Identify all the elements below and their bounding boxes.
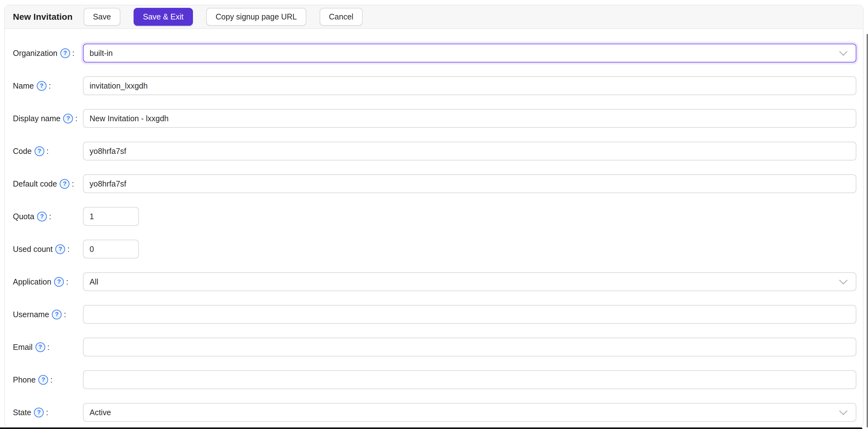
application-label-text: Application [13, 277, 51, 287]
chevron-down-icon [839, 407, 847, 415]
organization-label: Organization ? : [13, 48, 83, 58]
display-name-input[interactable] [83, 109, 856, 128]
label-colon: : [66, 277, 68, 287]
help-icon[interactable]: ? [37, 212, 47, 222]
organization-select-value: built-in [90, 49, 113, 58]
help-icon[interactable]: ? [54, 277, 64, 287]
help-icon[interactable]: ? [34, 408, 44, 417]
quota-label-text: Quota [13, 212, 34, 221]
form-row-state: State ? : Active [13, 403, 856, 422]
page-title: New Invitation [13, 12, 72, 22]
application-label: Application ? : [13, 277, 83, 287]
username-label: Username ? : [13, 310, 83, 320]
username-input[interactable] [83, 305, 856, 324]
email-field[interactable] [83, 338, 856, 357]
help-icon[interactable]: ? [35, 342, 45, 352]
name-label-text: Name [13, 81, 34, 91]
state-label: State ? : [13, 408, 83, 417]
label-colon: : [49, 81, 51, 91]
save-button[interactable]: Save [84, 8, 120, 26]
code-input[interactable] [83, 142, 856, 161]
form-row-organization: Organization ? : built-in [13, 44, 856, 63]
default-code-input[interactable] [83, 174, 856, 193]
form-row-phone: Phone ? : [13, 370, 856, 389]
application-select-value: All [90, 277, 98, 287]
help-icon[interactable]: ? [60, 48, 70, 58]
form-row-quota: Quota ? : [13, 207, 856, 226]
organization-select[interactable]: built-in [83, 44, 856, 63]
window-right-edge [867, 34, 868, 427]
help-icon[interactable]: ? [38, 375, 48, 385]
page: New Invitation Save Save & Exit Copy sig… [0, 0, 868, 429]
label-colon: : [49, 212, 51, 221]
email-label: Email ? : [13, 342, 83, 352]
label-colon: : [46, 408, 48, 417]
state-label-text: State [13, 408, 31, 417]
default-code-label: Default code ? : [13, 179, 83, 189]
state-select[interactable]: Active [83, 403, 856, 422]
default-code-label-text: Default code [13, 179, 57, 189]
code-label-text: Code [13, 147, 32, 156]
form-row-email: Email ? : [13, 338, 856, 357]
help-icon[interactable]: ? [63, 114, 73, 124]
name-label: Name ? : [13, 81, 83, 91]
invitation-form: Organization ? : built-in Name ? : [5, 29, 863, 422]
help-icon[interactable]: ? [52, 310, 62, 320]
invitation-edit-card: New Invitation Save Save & Exit Copy sig… [4, 5, 864, 427]
help-icon[interactable]: ? [35, 146, 44, 156]
quota-input[interactable] [83, 207, 139, 226]
form-row-display-name: Display name ? : [13, 109, 856, 128]
label-colon: : [75, 114, 77, 123]
application-select[interactable]: All [83, 272, 856, 291]
phone-label: Phone ? : [13, 375, 83, 385]
email-label-text: Email [13, 343, 33, 352]
save-and-exit-button[interactable]: Save & Exit [133, 8, 193, 26]
form-row-name: Name ? : [13, 76, 856, 95]
label-colon: : [72, 179, 74, 189]
name-input[interactable] [83, 76, 856, 95]
cancel-button[interactable]: Cancel [320, 8, 363, 26]
form-row-used-count: Used count ? : [13, 240, 856, 259]
used-count-input[interactable] [83, 240, 139, 259]
label-colon: : [67, 245, 69, 254]
display-name-label: Display name ? : [13, 114, 83, 124]
chevron-down-icon [839, 47, 847, 56]
username-label-text: Username [13, 310, 49, 319]
toolbar: New Invitation Save Save & Exit Copy sig… [5, 5, 863, 29]
organization-label-text: Organization [13, 49, 58, 58]
label-colon: : [48, 343, 50, 352]
used-count-label-text: Used count [13, 245, 53, 254]
label-colon: : [46, 147, 49, 156]
code-label: Code ? : [13, 146, 83, 156]
copy-signup-url-button[interactable]: Copy signup page URL [206, 8, 306, 26]
help-icon[interactable]: ? [55, 244, 65, 254]
window-bottom-edge [0, 427, 862, 429]
display-name-label-text: Display name [13, 114, 60, 123]
used-count-label: Used count ? : [13, 244, 83, 254]
phone-label-text: Phone [13, 375, 35, 385]
form-row-default-code: Default code ? : [13, 174, 856, 193]
form-row-application: Application ? : All [13, 272, 856, 291]
label-colon: : [50, 375, 53, 385]
form-row-code: Code ? : [13, 142, 856, 161]
label-colon: : [72, 49, 74, 58]
help-icon[interactable]: ? [60, 179, 69, 189]
help-icon[interactable]: ? [37, 81, 46, 91]
form-row-username: Username ? : [13, 305, 856, 324]
phone-field[interactable] [83, 370, 856, 389]
chevron-down-icon [839, 276, 847, 285]
quota-label: Quota ? : [13, 212, 83, 222]
label-colon: : [64, 310, 66, 319]
state-select-value: Active [90, 408, 111, 417]
